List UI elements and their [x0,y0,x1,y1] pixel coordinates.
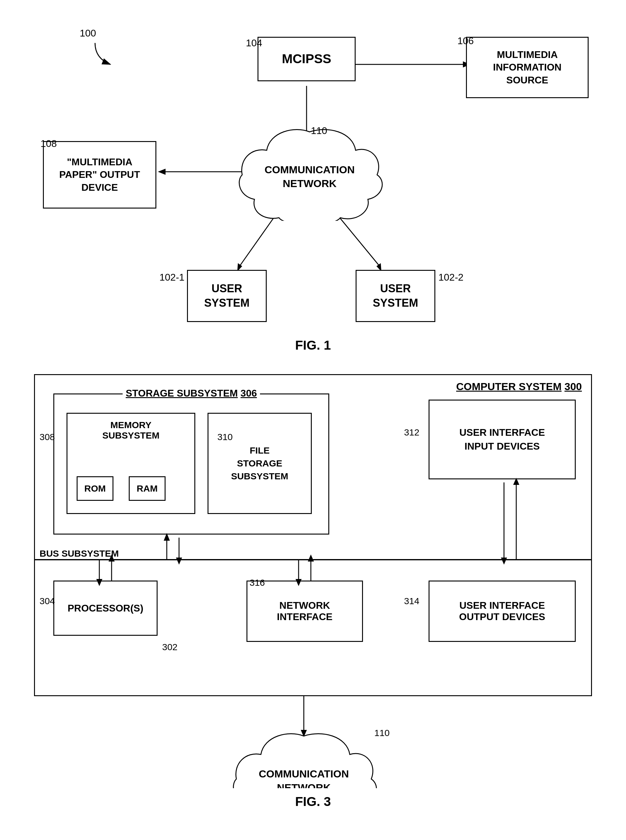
ui-input-box: USER INTERFACEINPUT DEVICES [429,400,576,480]
svg-marker-8 [158,169,166,175]
storage-subsystem-title: STORAGE SUBSYSTEM 306 [123,388,260,399]
network-interface-box: NETWORKINTERFACE [246,581,363,642]
ref-102-2: 102-2 [438,272,463,283]
processors-box: PROCESSOR(S) [53,581,158,636]
page: 100 [0,0,626,840]
ref-314: 314 [404,596,419,606]
svg-text:COMMUNICATION: COMMUNICATION [259,768,349,780]
storage-subsystem-box: STORAGE SUBSYSTEM 306 MEMORYSUBSYSTEM RO… [53,393,329,534]
user-system-2-box: USERSYSTEM [355,270,435,322]
fig3-outer-svg: COMMUNICATION NETWORK 110 [34,696,592,788]
svg-text:COMMUNICATION: COMMUNICATION [264,164,355,176]
ram-box: RAM [129,476,166,501]
computer-system-box: COMPUTER SYSTEM 300 STORAGE SUBSYSTEM 30… [34,374,592,696]
bus-subsystem-label: BUS SUBSYSTEM [39,549,119,559]
fig1-label: FIG. 1 [25,338,601,353]
ref-316: 316 [250,577,265,588]
svg-text:NETWORK: NETWORK [283,177,336,189]
file-storage-box: FILESTORAGESUBSYSTEM [208,413,312,514]
cs-title: COMPUTER SYSTEM 300 [456,381,582,393]
ref-312: 312 [404,427,419,438]
fig3-label: FIG. 3 [25,794,601,809]
ref-102-1: 102-1 [160,272,185,283]
ref-310: 310 [218,432,233,442]
rom-box: ROM [77,476,113,501]
ui-output-box: USER INTERFACEOUTPUT DEVICES [429,581,576,642]
mcipss-box: MCIPSS [258,37,355,81]
ref-110-fig1: 110 [311,125,327,136]
svg-marker-32 [501,558,507,564]
multimedia-paper-box: "MULTIMEDIAPAPER" OUTPUTDEVICE [43,141,156,208]
fig1-diagram: 100 [25,19,601,356]
comm-network-cloud-fig1: COMMUNICATION NETWORK [233,123,386,222]
ref-304: 304 [39,596,55,606]
user-system-1-box: USERSYSTEM [187,270,267,322]
memory-subsystem-title: MEMORYSUBSYSTEM [67,420,194,441]
ref-308: 308 [39,432,55,442]
svg-line-9 [239,215,276,267]
bus-line [35,559,591,560]
ref-104: 104 [246,38,262,49]
ref-302: 302 [162,642,177,652]
svg-text:NETWORK: NETWORK [277,782,331,788]
svg-marker-30 [308,555,314,561]
svg-line-11 [337,215,380,267]
ref-108: 108 [41,138,57,149]
fig3-diagram: COMPUTER SYSTEM 300 STORAGE SUBSYSTEM 30… [25,374,601,809]
multimedia-info-box: MULTIMEDIAINFORMATIONSOURCE [466,37,588,98]
svg-marker-22 [176,558,182,564]
svg-text:110: 110 [374,728,390,738]
memory-subsystem-box: MEMORYSUBSYSTEM ROM RAM [67,413,195,514]
ref-106: 106 [457,35,474,47]
arrow-network-to-cloud: COMMUNICATION NETWORK 110 [34,696,592,788]
